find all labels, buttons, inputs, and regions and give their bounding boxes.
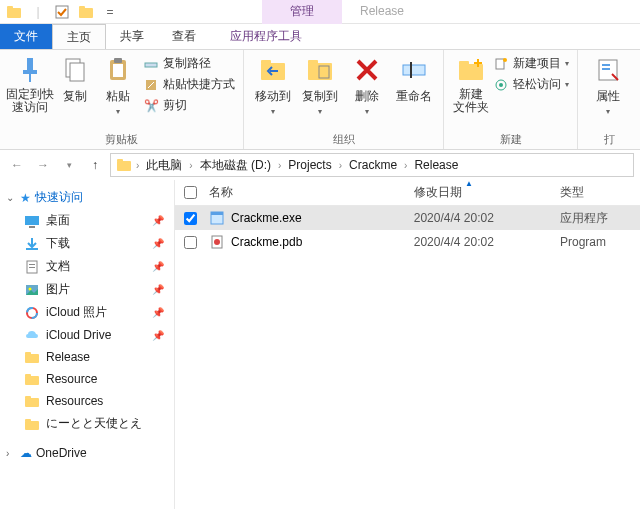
rename-button[interactable]: 重命名	[390, 52, 437, 131]
forward-button[interactable]: →	[32, 154, 54, 176]
breadcrumb-segment[interactable]: Crackme	[343, 158, 403, 172]
svg-point-39	[29, 287, 32, 290]
quick-access-header[interactable]: ⌄ ★ 快速访问	[2, 186, 172, 209]
folder-icon	[24, 416, 40, 432]
svg-rect-30	[117, 161, 131, 171]
sidebar-item[interactable]: Resources	[2, 390, 172, 412]
nav-bar: ← → ▾ ↑ › 此电脑 › 本地磁盘 (D:) › Projects › C…	[0, 150, 640, 180]
chevron-down-icon: ▾	[318, 107, 322, 116]
checkbox-icon[interactable]	[53, 3, 71, 21]
easy-access-button[interactable]: 轻松访问 ▾	[491, 75, 571, 94]
desktop-icon	[24, 213, 40, 229]
file-date: 2020/4/4 20:02	[414, 235, 560, 249]
navigation-pane[interactable]: ⌄ ★ 快速访问 桌面📌下载📌文档📌图片📌iCloud 照片📌iCloud Dr…	[0, 180, 175, 509]
svg-rect-51	[211, 212, 223, 215]
svg-rect-8	[70, 63, 84, 81]
cloud-icon: ☁	[20, 446, 32, 460]
svg-rect-10	[113, 64, 123, 77]
tab-share[interactable]: 共享	[106, 24, 158, 49]
sidebar-item-label: Resources	[46, 394, 103, 408]
breadcrumb[interactable]: › 此电脑 › 本地磁盘 (D:) › Projects › Crackme ›…	[110, 153, 634, 177]
sidebar-item[interactable]: にーとと天使とえ	[2, 412, 172, 435]
file-row[interactable]: Crackme.pdb2020/4/4 20:02Program	[175, 230, 640, 254]
tab-file[interactable]: 文件	[0, 24, 52, 49]
sidebar-item[interactable]: 下载📌	[2, 232, 172, 255]
sidebar-item-label: にーとと天使とえ	[46, 415, 142, 432]
copy-icon	[59, 54, 91, 86]
svg-rect-20	[410, 62, 412, 78]
group-open: 属性 ▾ 打	[578, 50, 640, 149]
select-all-checkbox[interactable]	[175, 186, 205, 199]
sidebar-item[interactable]: 图片📌	[2, 278, 172, 301]
copy-to-label: 复制到	[302, 88, 338, 105]
copy-to-button[interactable]: 复制到 ▾	[297, 52, 344, 131]
row-checkbox[interactable]	[175, 212, 205, 225]
main-area: ⌄ ★ 快速访问 桌面📌下载📌文档📌图片📌iCloud 照片📌iCloud Dr…	[0, 180, 640, 509]
group-clipboard: 固定到快 速访问 复制 粘贴 ▾ 复制路径 粘贴快捷方式	[0, 50, 244, 149]
breadcrumb-segment[interactable]: 本地磁盘 (D:)	[194, 157, 277, 174]
sidebar-item-label: Release	[46, 350, 90, 364]
sidebar-item[interactable]: 文档📌	[2, 255, 172, 278]
delete-button[interactable]: 删除 ▾	[344, 52, 391, 131]
pin-icon: 📌	[152, 215, 164, 226]
history-dropdown[interactable]: ▾	[58, 154, 80, 176]
folder-icon	[24, 393, 40, 409]
folder-icon	[24, 349, 40, 365]
new-folder-button[interactable]: 新建 文件夹	[450, 52, 491, 131]
svg-rect-36	[29, 264, 35, 265]
cut-button[interactable]: ✂️ 剪切	[141, 96, 237, 115]
group-new: 新建 文件夹 新建项目 ▾ 轻松访问 ▾ 新建	[444, 50, 578, 149]
column-name[interactable]: 名称	[205, 184, 414, 201]
breadcrumb-segment[interactable]: Release	[408, 158, 464, 172]
pin-icon: 📌	[152, 284, 164, 295]
tab-home[interactable]: 主页	[52, 24, 106, 49]
shortcut-icon	[143, 77, 159, 93]
chevron-down-icon: ▾	[565, 80, 569, 89]
svg-point-24	[503, 58, 507, 62]
properties-label: 属性	[596, 88, 620, 105]
svg-rect-33	[29, 226, 35, 228]
column-headers[interactable]: ▲ 名称 修改日期 类型	[175, 180, 640, 206]
onedrive-header[interactable]: › ☁ OneDrive	[2, 443, 172, 463]
svg-rect-32	[25, 216, 39, 225]
tab-app-tools[interactable]: 应用程序工具	[216, 24, 316, 49]
pin-quick-access-button[interactable]: 固定到快 速访问	[6, 52, 54, 131]
delete-icon	[351, 54, 383, 86]
sidebar-item[interactable]: iCloud 照片📌	[2, 301, 172, 324]
sidebar-item[interactable]: Release	[2, 346, 172, 368]
svg-rect-45	[25, 374, 31, 377]
up-button[interactable]: ↑	[84, 154, 106, 176]
column-type[interactable]: 类型	[560, 184, 640, 201]
svg-rect-6	[23, 70, 37, 74]
contextual-tab-label: 管理	[262, 0, 342, 24]
svg-rect-17	[308, 60, 318, 64]
svg-rect-18	[319, 66, 329, 78]
copy-button[interactable]: 复制	[54, 52, 97, 131]
move-to-button[interactable]: 移动到 ▾	[250, 52, 297, 131]
breadcrumb-segment[interactable]: 此电脑	[140, 157, 188, 174]
sidebar-item[interactable]: iCloud Drive📌	[2, 324, 172, 346]
breadcrumb-segment[interactable]: Projects	[282, 158, 337, 172]
sidebar-item[interactable]: 桌面📌	[2, 209, 172, 232]
paste-shortcut-button[interactable]: 粘贴快捷方式	[141, 75, 237, 94]
folder-icon[interactable]	[77, 3, 95, 21]
icloud-photo-icon	[24, 305, 40, 321]
column-date[interactable]: 修改日期	[414, 184, 560, 201]
file-row[interactable]: Crackme.exe2020/4/4 20:02应用程序	[175, 206, 640, 230]
file-date: 2020/4/4 20:02	[414, 211, 560, 225]
back-button[interactable]: ←	[6, 154, 28, 176]
qat-dropdown-icon[interactable]: =	[101, 3, 119, 21]
sidebar-item[interactable]: Resource	[2, 368, 172, 390]
paste-button[interactable]: 粘贴 ▾	[97, 52, 140, 131]
folder-icon	[5, 3, 23, 21]
pin-icon: 📌	[152, 330, 164, 341]
group-open-label: 打	[578, 131, 640, 149]
folder-icon	[115, 156, 133, 174]
row-checkbox[interactable]	[175, 236, 205, 249]
new-item-icon	[493, 56, 509, 72]
new-item-button[interactable]: 新建项目 ▾	[491, 54, 571, 73]
copy-path-button[interactable]: 复制路径	[141, 54, 237, 73]
tab-view[interactable]: 查看	[158, 24, 210, 49]
file-type: Program	[560, 235, 640, 249]
properties-button[interactable]: 属性 ▾	[584, 52, 632, 131]
